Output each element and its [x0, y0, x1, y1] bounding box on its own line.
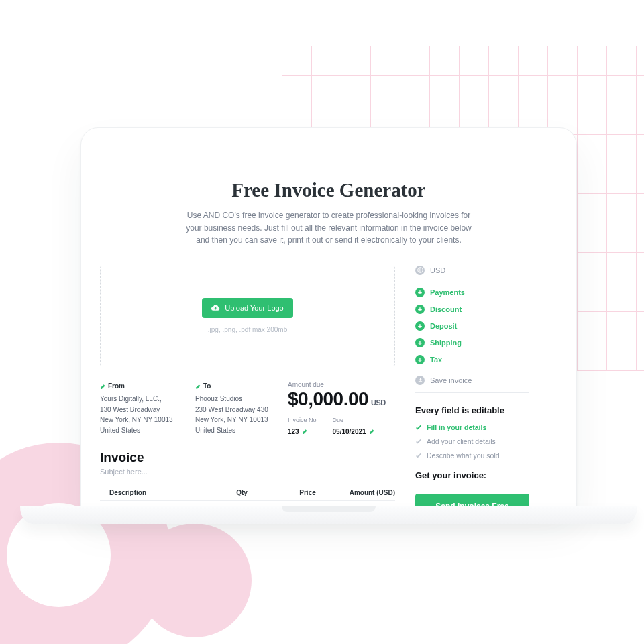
laptop-frame: Free Invoice Generator Use AND CO's free… [80, 127, 577, 510]
from-line2: New York, NY NY 10013 [100, 415, 187, 425]
edit-icon [302, 429, 307, 434]
due-date-value[interactable]: 05/10/2021 [333, 428, 366, 435]
col-price: Price [248, 485, 316, 501]
amount-due-label: Amount due [288, 381, 395, 388]
line-items-table: Description Qty Price Amount (USD) − Mar… [100, 485, 395, 509]
check-icon [415, 438, 422, 445]
plus-icon: + [415, 321, 425, 331]
col-qty: Qty [219, 485, 248, 501]
edit-icon [195, 384, 201, 389]
amount-currency: USD [371, 398, 386, 407]
checklist-item: Add your client details [415, 437, 529, 445]
amount-due-value[interactable]: $0,000.00 [288, 388, 368, 409]
get-invoice-heading: Get your invoice: [415, 470, 529, 480]
to-line2: New York, NY NY 10013 [195, 415, 274, 425]
invoice-no-label: Invoice No [288, 417, 317, 423]
edit-icon [100, 384, 105, 389]
sidebar-add-shipping[interactable]: + Shipping [415, 338, 529, 347]
sidebar-item-label: Payments [430, 288, 465, 297]
invoice-editor: Upload Your Logo .jpg, .png, .pdf max 20… [100, 266, 395, 509]
save-invoice-label: Save invoice [430, 376, 472, 384]
to-block[interactable]: To Phoouz Studios 230 West Broadway 430 … [195, 381, 274, 437]
sidebar-item-label: Deposit [430, 322, 457, 330]
checklist-label: Describe what you sold [427, 451, 500, 460]
sidebar-item-label: Discount [430, 305, 462, 313]
from-name: Yours Digitally, LLC., [100, 394, 187, 405]
plus-icon: + [415, 305, 425, 314]
editable-heading: Every field is editable [415, 405, 529, 415]
checklist-item: Describe what you sold [415, 451, 529, 460]
to-line3: United States [195, 425, 274, 436]
currency-icon [415, 266, 425, 275]
sidebar-item-label: Shipping [430, 339, 462, 347]
from-line1: 130 West Broadway [100, 405, 187, 415]
edit-icon [369, 429, 374, 434]
to-line1: 230 West Broadway 430 [195, 405, 274, 415]
invoice-heading: Invoice [100, 450, 395, 465]
sidebar-item-label: Tax [430, 356, 442, 364]
from-block[interactable]: From Yours Digitally, LLC., 130 West Bro… [100, 381, 187, 437]
laptop-base [20, 506, 637, 524]
invoice-no-value[interactable]: 123 [288, 428, 299, 435]
upload-logo-button[interactable]: Upload Your Logo [202, 298, 292, 318]
decorative-blob-dot [138, 523, 252, 637]
to-label: To [203, 381, 211, 392]
check-icon [415, 452, 422, 459]
currency-label: USD [430, 266, 445, 274]
plus-icon: + [415, 355, 425, 364]
checklist-label: Add your client details [427, 437, 496, 445]
plus-icon: + [415, 288, 425, 297]
page-subtitle: Use AND CO's free invoice generator to c… [184, 209, 473, 247]
divider [415, 392, 529, 393]
invoice-subject-input[interactable]: Subject here... [100, 468, 395, 476]
to-name: Phoouz Studios [195, 394, 274, 405]
col-description: Description [109, 485, 219, 501]
logo-dropzone[interactable]: Upload Your Logo .jpg, .png, .pdf max 20… [100, 266, 395, 366]
col-amount: Amount (USD) [316, 485, 395, 501]
sidebar-add-tax[interactable]: + Tax [415, 355, 529, 364]
check-icon [415, 424, 422, 431]
from-label: From [108, 381, 125, 392]
upload-hint: .jpg, .png, .pdf max 200mb [208, 326, 287, 333]
from-line3: United States [100, 425, 187, 436]
plus-icon: + [415, 338, 425, 347]
upload-logo-label: Upload Your Logo [225, 304, 283, 312]
sidebar-add-deposit[interactable]: + Deposit [415, 321, 529, 331]
cloud-upload-icon [211, 305, 220, 311]
sidebar-add-payments[interactable]: + Payments [415, 288, 529, 297]
app-screen: Free Invoice Generator Use AND CO's free… [93, 144, 564, 509]
sidebar-add-discount[interactable]: + Discount [415, 305, 529, 314]
save-invoice-button[interactable]: Save invoice [415, 376, 529, 385]
page-title: Free Invoice Generator [93, 179, 564, 201]
amount-due-block: Amount due $0,000.00USD Invoice No 123 [288, 381, 395, 437]
checklist-label: Fill in your details [427, 423, 486, 431]
due-date-label: Due [333, 417, 374, 423]
currency-selector[interactable]: USD [415, 266, 529, 275]
download-icon [415, 376, 425, 385]
checklist-item: Fill in your details [415, 423, 529, 431]
invoice-sidebar: USD + Payments + Discount + Deposit + [415, 266, 529, 509]
